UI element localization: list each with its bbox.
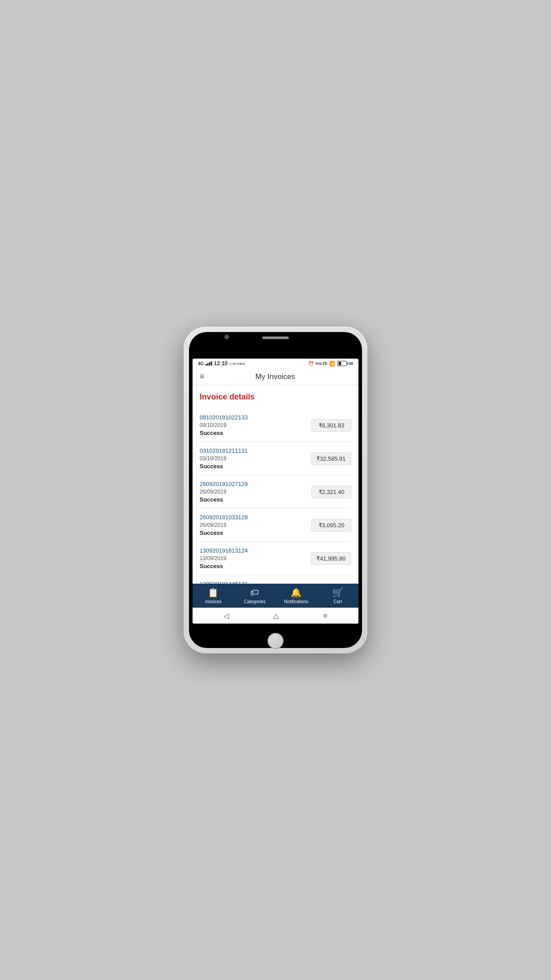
invoice-status: Success: [200, 563, 311, 569]
nav-item-cart[interactable]: 🛒 Cart: [317, 584, 359, 608]
invoice-list: 09102019102213309/10/2019Success₹6,301.8…: [200, 409, 351, 584]
invoice-amount: ₹3,095.20: [311, 519, 351, 532]
status-bar-left: 4G 12:10 2.30 KB/s: [198, 360, 245, 367]
invoice-amount: ₹41,995.80: [311, 552, 351, 565]
recents-button[interactable]: ≡: [323, 612, 327, 620]
invoice-info: 26092019102712926/09/2019Success: [200, 481, 311, 503]
phone-frame: 4G 12:10 2.30 KB/s ⏰ VoLTE 📶: [184, 327, 367, 653]
invoices-nav-label: Invoices: [205, 599, 221, 604]
invoice-date: 26/09/2019: [200, 522, 311, 528]
invoice-info: 26092019103312826/09/2019Success: [200, 514, 311, 536]
app-header: ≡ My Invoices: [193, 368, 358, 385]
invoice-info: 09102019102213309/10/2019Success: [200, 414, 311, 436]
invoice-item[interactable]: 26092019103312826/09/2019Success₹3,095.2…: [200, 509, 351, 542]
status-bar-right: ⏰ VoLTE 📶 38: [308, 361, 353, 367]
invoice-date: 03/10/2019: [200, 455, 311, 462]
status-bar: 4G 12:10 2.30 KB/s ⏰ VoLTE 📶: [193, 359, 358, 368]
app-screen: 4G 12:10 2.30 KB/s ⏰ VoLTE 📶: [193, 359, 358, 624]
invoice-amount: ₹32,585.91: [311, 452, 351, 465]
nav-item-categories[interactable]: 🏷 Categories: [234, 584, 276, 608]
cart-icon: 🛒: [332, 587, 343, 598]
notifications-nav-label: Notifications: [284, 599, 308, 604]
nav-item-invoices[interactable]: 📋 Invoices: [193, 584, 234, 608]
signal-bars: [205, 361, 212, 366]
invoice-date: 26/09/2019: [200, 489, 311, 495]
invoice-info: 03102019121113103/10/2019Success: [200, 447, 311, 470]
battery-percent: 38: [349, 361, 353, 366]
invoice-date: 09/10/2019: [200, 422, 311, 428]
categories-nav-label: Categories: [244, 599, 265, 604]
invoice-id: 091020191022133: [200, 414, 311, 421]
bottom-navigation: 📋 Invoices 🏷 Categories 🔔 Notifications …: [193, 584, 358, 608]
invoice-amount: ₹6,301.83: [311, 419, 351, 432]
page-title: My Invoices: [210, 372, 341, 381]
physical-home-button[interactable]: [268, 633, 283, 649]
home-button[interactable]: △: [273, 612, 279, 620]
time-label: 12:10: [214, 360, 228, 367]
wifi-icon: 📶: [329, 361, 335, 367]
lte-label: VoLTE: [315, 361, 327, 366]
earpiece-speaker: [262, 336, 289, 339]
carrier-label: 4G: [198, 361, 204, 366]
system-navigation: ◁ △ ≡: [193, 608, 358, 624]
invoice-item[interactable]: 09102019102213309/10/2019Success₹6,301.8…: [200, 409, 351, 442]
notifications-icon: 🔔: [291, 587, 302, 598]
back-button[interactable]: ◁: [224, 612, 229, 620]
hamburger-menu-button[interactable]: ≡: [200, 372, 205, 381]
nav-item-notifications[interactable]: 🔔 Notifications: [276, 584, 317, 608]
invoice-id: 260920191027129: [200, 481, 311, 487]
invoice-id: 130920191613124: [200, 547, 311, 554]
invoice-item[interactable]: 13092019161312413/09/2019Success₹41,995.…: [200, 542, 351, 575]
invoice-amount: ₹2,321.40: [311, 486, 351, 498]
invoices-icon: 📋: [208, 587, 219, 598]
invoice-item[interactable]: 03102019121113103/10/2019Success₹32,585.…: [200, 442, 351, 475]
cart-nav-label: Cart: [334, 599, 342, 604]
invoice-id: 031020191211131: [200, 447, 311, 454]
front-camera: [224, 335, 229, 339]
invoice-status: Success: [200, 430, 311, 436]
invoice-info: 13092019144612113/09/2019Verification Pe…: [200, 581, 311, 584]
invoice-date: 13/09/2019: [200, 555, 311, 561]
invoice-id: 260920191033128: [200, 514, 311, 521]
phone-screen-area: 4G 12:10 2.30 KB/s ⏰ VoLTE 📶: [189, 332, 362, 648]
invoice-status: Success: [200, 530, 311, 536]
data-speed-label: 2.30 KB/s: [229, 362, 245, 366]
battery-indicator: [337, 361, 347, 366]
battery-fill: [338, 362, 341, 365]
invoice-status: Success: [200, 463, 311, 470]
invoice-item[interactable]: 26092019102712926/09/2019Success₹2,321.4…: [200, 475, 351, 509]
invoice-info: 13092019161312413/09/2019Success: [200, 547, 311, 569]
alarm-icon: ⏰: [308, 361, 314, 366]
invoice-item[interactable]: 13092019144612113/09/2019Verification Pe…: [200, 575, 351, 584]
categories-icon: 🏷: [250, 588, 259, 598]
invoice-content: Invoice details 09102019102213309/10/201…: [193, 385, 358, 584]
invoice-id: 130920191446121: [200, 581, 311, 584]
section-title: Invoice details: [200, 392, 351, 402]
invoice-status: Success: [200, 496, 311, 503]
